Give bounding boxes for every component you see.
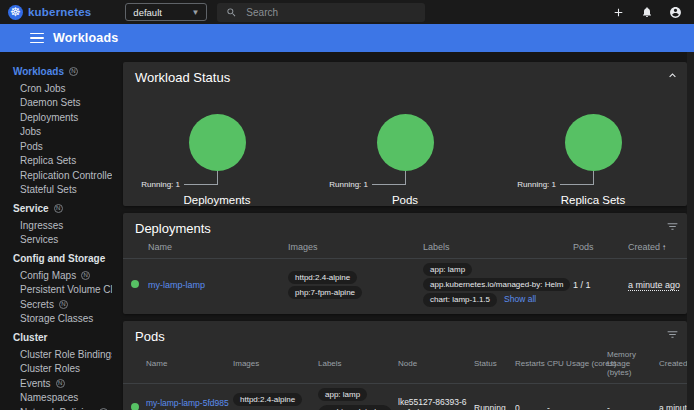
sidebar-item-namespaces[interactable]: Namespaces [0,391,112,406]
col-name[interactable]: Name [146,347,233,384]
col-memory-usage[interactable]: Memory Usage (bytes) [607,347,659,384]
create-resource-button[interactable] [612,6,625,19]
sidebar-item-cluster-roles[interactable]: Cluster Roles [0,362,112,377]
col-labels[interactable]: Labels [423,239,573,259]
search-icon [226,7,237,18]
label-chip: app: lamp [423,263,472,276]
col-restarts[interactable]: Restarts [515,347,547,384]
workload-status-title: Workload Status [123,62,687,88]
sidebar-item-network-policies[interactable]: Network PoliciesN [0,405,112,410]
pods-running-legend: Running: 1 [329,180,368,189]
pods-status-chart: Running: 1 Pods [311,114,499,206]
pods-card: Pods Name Images Labels Node Status Rest… [123,321,687,410]
sidebar: Workloads N Cron Jobs Daemon Sets Deploy… [0,52,112,410]
label-chip: app.kubernetes.io/managed-by: Helm [423,278,570,291]
sidebar-item-replica-sets[interactable]: Replica Sets [0,154,112,169]
namespace-value: default [133,7,162,18]
sidebar-item-stateful-sets[interactable]: Stateful Sets [0,183,112,198]
sidebar-item-services[interactable]: Services [0,233,112,248]
label-chip: app: lamp [318,388,367,401]
col-name[interactable]: Name [148,239,288,259]
namespaced-badge-icon: N [56,379,65,388]
sidebar-item-jobs[interactable]: Jobs [0,125,112,140]
namespace-select[interactable]: default ▼ [125,3,207,21]
sidebar-item-ingresses[interactable]: Ingresses [0,218,112,233]
notifications-button[interactable] [641,6,653,18]
pods-pie [377,114,434,171]
label-chip: pod-template-hash: 5fd985cf68 [318,405,392,410]
sort-asc-icon: ↑ [662,243,666,252]
deployments-pie [189,114,246,171]
col-labels[interactable]: Labels [318,347,398,384]
status-ok-icon [131,403,139,410]
sidebar-item-cluster-role-bindings[interactable]: Cluster Role Bindings [0,347,112,362]
replica-sets-pie [565,114,622,171]
sidebar-item-cron-jobs[interactable]: Cron Jobs [0,81,112,96]
pod-status: Running [474,383,515,410]
replica-sets-running-legend: Running: 1 [517,180,556,189]
pods-chart-label: Pods [392,194,418,206]
sidebar-item-config-maps[interactable]: Config MapsN [0,268,112,283]
table-row: my-lamp-lamp-5fd985cf68-jwvz4 httpd:2.4-… [123,383,687,410]
pods-ratio: 1 / 1 [573,259,628,314]
sidebar-item-replication-controllers[interactable]: Replication Controllers [0,168,112,183]
account-button[interactable] [669,6,682,19]
namespaced-badge-icon: N [54,204,63,213]
sidebar-group-cluster[interactable]: Cluster [0,328,112,347]
deployments-card: Deployments Name Images Labels Pods Crea… [123,213,687,314]
namespaced-badge-icon: N [81,271,90,280]
chevron-down-icon: ▼ [191,8,199,17]
deployments-card-title: Deployments [123,213,687,239]
sidebar-group-workloads[interactable]: Workloads N [0,62,112,81]
col-node[interactable]: Node [398,347,474,384]
table-row: my-lamp-lamp httpd:2.4-alpine php:7-fpm-… [123,259,687,314]
pod-name-link[interactable]: my-lamp-lamp-5fd985cf68-jwvz4 [146,398,229,410]
col-created[interactable]: Created↑ [628,239,687,259]
col-created[interactable]: Created↑ [659,347,687,384]
top-app-bar: ☸ kubernetes default ▼ [0,0,694,24]
search-box[interactable] [217,3,425,22]
col-status[interactable]: Status [474,347,515,384]
deployments-chart-label: Deployments [183,194,250,206]
kubernetes-logo-icon: ☸ [8,5,23,20]
col-cpu-usage[interactable]: CPU Usage (cores) [547,347,607,384]
image-chip: php:7-fpm-alpine [288,286,362,299]
sidebar-group-service[interactable]: Service N [0,199,112,218]
label-chip: chart: lamp-1.1.5 [423,293,497,306]
col-images[interactable]: Images [288,239,423,259]
image-chip: httpd:2.4-alpine [233,393,302,406]
replica-sets-status-chart: Running: 1 Replica Sets [499,114,687,206]
search-input[interactable] [246,7,416,18]
pods-card-title: Pods [123,321,687,347]
filter-icon[interactable] [666,328,679,341]
replica-sets-chart-label: Replica Sets [561,194,626,206]
menu-icon[interactable] [30,33,44,44]
deployments-status-chart: Running: 1 Deployments [123,114,311,206]
sidebar-group-config-and-storage[interactable]: Config and Storage [0,249,112,268]
sidebar-item-pods[interactable]: Pods [0,139,112,154]
page-toolbar: Workloads [0,24,694,52]
brand-text: kubernetes [28,6,91,18]
col-pods[interactable]: Pods [573,239,628,259]
pod-restarts: 0 [515,383,547,410]
page-title: Workloads [53,31,118,45]
sidebar-item-deployments[interactable]: Deployments [0,110,112,125]
col-images[interactable]: Images [233,347,318,384]
show-all-link[interactable]: Show all [504,294,536,304]
filter-icon[interactable] [666,220,679,233]
sidebar-item-daemon-sets[interactable]: Daemon Sets [0,96,112,111]
sidebar-item-storage-classes[interactable]: Storage Classes [0,312,112,327]
pod-memory-usage: - [607,383,659,410]
deployment-name-link[interactable]: my-lamp-lamp [148,280,205,290]
deployments-table: Name Images Labels Pods Created↑ my-lamp… [123,239,687,314]
pods-table: Name Images Labels Node Status Restarts … [123,347,687,410]
brand[interactable]: ☸ kubernetes [8,5,91,20]
sidebar-item-events[interactable]: EventsN [0,376,112,391]
main-content: Workload Status Running: 1 Deployments [112,52,687,410]
sidebar-item-persistent-volume-claims[interactable]: Persistent Volume ClaimsN [0,283,112,298]
namespaced-badge-icon: N [69,67,78,76]
scrollbar[interactable] [687,52,694,410]
sidebar-item-secrets[interactable]: SecretsN [0,297,112,312]
node-name: lke55127-86393-622f8d09399a [398,397,467,410]
collapse-card-button[interactable] [666,69,679,82]
